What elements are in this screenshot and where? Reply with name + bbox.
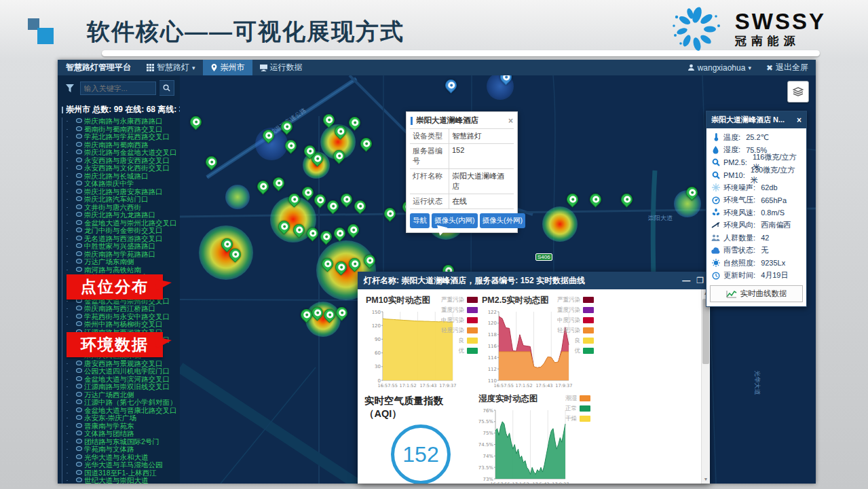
pin-icon [210,64,218,71]
device-node-icon [76,212,82,217]
sidebar-item[interactable]: 永安东-崇庆广场 [67,414,180,422]
realtime-curve-button[interactable]: 实时曲线数据 [710,285,803,302]
sidebar-item[interactable]: 文井街与唐六西街 [67,204,180,212]
sidebar-item[interactable]: 金盆地大道与晋康北路交叉口 [67,407,180,415]
sidebar-item-label: 崇庆北路与九龙路路口 [84,211,155,219]
environment-panel: 崇阳大道澜峰酒店 N... × 温度: 25.2℃湿度: 75.5%PM2.5:… [706,111,807,307]
sidebar-item[interactable]: 崇庆北路与金盆地大道交叉口 [67,149,180,157]
sidebar-item-label: 唐安西路与景观路交叉口 [84,360,163,367]
device-node-icon [76,173,82,178]
sidebar-item[interactable]: 崇庆南路与永康西路路口 [67,117,180,126]
sidebar-item[interactable]: 永安西路与文化西街交叉口 [67,164,180,173]
popup-scrollbar[interactable]: ▲ ▼ [701,289,710,484]
environment-row: 更新时间: 4月19日 [706,270,806,283]
sidebar-item[interactable]: 崇庆北路与九龙路路口 [67,211,180,219]
device-node-icon [76,220,82,225]
scroll-down-arrow[interactable]: ▼ [702,475,710,484]
sidebar-item[interactable]: 崇庆南路与学苑路路口 [67,251,180,259]
page-title: 软件核心——可视化展现方式 [87,16,404,48]
sidebar-item[interactable]: 金盆地大道与崇州北路交叉口 [67,219,180,228]
sidebar-item[interactable]: 学苑西街与永安中路交叉口 [67,313,180,321]
sidebar-item[interactable]: 崇庆北路汽车站门口 [67,196,180,204]
sidebar-item[interactable]: 万达广场东南侧 [67,258,180,266]
minimize-icon[interactable]: — [682,276,690,285]
device-popup-title: 崇阳大道澜峰酒店 [416,115,478,126]
sidebar-item[interactable]: 晋康南与学苑东 [67,422,180,431]
sidebar-item[interactable]: 南河路与高铁站南 [67,266,180,274]
device-node-icon [76,118,82,123]
sidebar-item[interactable]: 江源南路与崇双旧线交叉口 [67,383,180,391]
device-node-icon [76,431,82,435]
sidebar-item[interactable]: 崇庆北路与唐安东路路口 [67,188,180,196]
chevron-down-icon: ▾ [748,65,751,71]
sidebar-item[interactable]: 光华大道与羊马湿地公园 [67,461,180,469]
sidebar-item[interactable]: 文体路与团结路 [67,430,180,438]
device-node-icon [76,454,82,459]
sidebar-item[interactable]: 崇州中路与杨柳街交叉口 [67,321,180,329]
device-node-icon [76,158,82,162]
sidebar-item[interactable]: 江源中路（第七小学斜对面） [67,399,180,407]
chart-legend: 严重污染重度污染中度污染轻度污染良优 [557,295,594,356]
env-label: 环境气压: [723,195,757,205]
sidebar-item[interactable]: 无名道路与西游路交叉口 [67,235,180,243]
sidebar-item[interactable]: 永安西路与唐安西路交叉口 [67,157,180,165]
filter-icon[interactable] [63,82,77,95]
user-menu[interactable]: wangxiaohua ▾ [680,63,759,73]
sidebar-item[interactable]: 中胜世家与兴盛路路口 [67,242,180,251]
legend-item: 中度污染 [441,315,478,325]
scrollbar-thumb[interactable] [702,299,709,364]
sidebar-item[interactable]: 文体路崇庆中学 [67,180,180,188]
top-navbar: 智慧路灯管理平台 智慧路灯▾崇州市运行数据 wangxiaohua ▾ ✖ 退出… [58,60,816,75]
attribute-label: 运行状态 [410,194,449,209]
page: 软件核心——可视化展现方式 SWSSY 冠南能源 智慧路 [0,0,868,489]
sidebar-item[interactable]: 学苑南与文体路 [67,446,180,454]
sidebar-item[interactable]: 崇庆北路与长城路口 [67,173,180,181]
device-node-icon [76,321,82,326]
search-input[interactable] [80,82,156,95]
sidebar-item[interactable]: 金盆地大道与滨河路交叉口 [67,376,180,384]
sidebar-item[interactable]: 国道318至F1-上林西江 [67,469,180,477]
sidebar-item[interactable]: 公园大道四川机电学院门口 [67,367,180,376]
sidebar-item[interactable]: 龙门中街与金带街交叉口 [67,227,180,235]
fan-icon [711,209,720,217]
sidebar-item[interactable]: 学苑北路与学苑西路交叉口 [67,133,180,141]
sidebar-item-label: 万达广场东南侧 [84,258,134,266]
restore-icon[interactable]: ❐ [696,276,704,285]
device-node-icon [76,126,82,131]
legend-item: 正常 [565,403,590,414]
tree-root-node[interactable]: 崇州市 总数: 99 在线: 68 离线: 31 [58,100,180,117]
env-label: 环境噪声: [723,183,757,193]
sidebar-item[interactable]: 团结路与东城国际2号门 [67,438,180,446]
env-value: 0.8m/S [761,209,785,217]
exit-fullscreen-button[interactable]: ✖ 退出全屏 [759,62,816,73]
sidebar-item[interactable]: 崇庆南路与西江桥路口 [67,305,180,313]
nav-item-1[interactable]: 崇州市 [203,60,252,75]
sidebar-item-label: 公园大道四川机电学院门口 [84,367,170,375]
collapse-icon[interactable] [62,107,63,113]
device-node-icon [76,376,82,381]
sidebar-item[interactable]: 蜀南街与蜀南西路交叉口 [67,126,180,134]
map-layers-button[interactable] [787,81,809,103]
sidebar-item[interactable]: 世纪大道与崇阳大道 [67,477,180,484]
device-info-popup: 崇阳大道澜峰酒店 × 设备类型智慧路灯服务器编号152灯杆名称崇阳大道澜峰酒店运… [406,111,518,233]
sidebar-item[interactable]: 万达广场西北侧 [67,391,180,399]
sidebar-item[interactable]: 崇庆南路与蜀南西路 [67,141,180,149]
nav-item-label: 崇州市 [221,62,245,73]
navigate-button[interactable]: 导航 [410,213,430,228]
sidebar-item[interactable]: 唐安西路与景观路交叉口 [67,360,180,368]
camera-external-button[interactable]: 摄像头(外网) [480,213,526,228]
svg-text:120: 120 [488,321,497,326]
svg-text:16:57:55: 16:57:55 [491,482,510,484]
close-icon[interactable]: × [508,117,513,124]
sidebar-item-label: 万达广场西北侧 [84,391,134,399]
sidebar-item[interactable]: 光华大道与永和大道 [67,454,180,462]
close-icon[interactable]: × [797,115,801,125]
env-label: 人群数量: [723,233,757,243]
nav-item-0[interactable]: 智慧路灯▾ [139,60,203,75]
search-icon[interactable] [159,80,174,96]
device-node-icon [76,446,82,451]
nav-item-2[interactable]: 运行数据 [252,60,310,75]
pm-icon [711,158,720,167]
svg-text:76%: 76% [483,408,493,414]
device-attribute-row: 设备类型智慧路灯 [410,129,514,144]
